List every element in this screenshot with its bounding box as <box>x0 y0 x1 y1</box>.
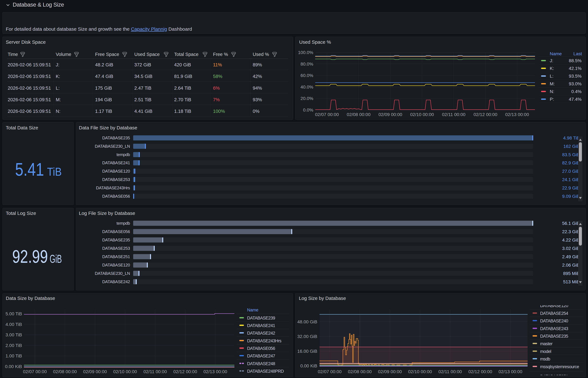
svg-text:2.06 GiB: 2.06 GiB <box>562 263 580 268</box>
svg-text:42%: 42% <box>253 74 262 79</box>
svg-text:Used Space %: Used Space % <box>299 39 331 45</box>
svg-text:175 GiB: 175 GiB <box>95 85 112 91</box>
svg-text:3.02 GiB: 3.02 GiB <box>562 246 580 251</box>
svg-text:L:: L: <box>550 74 553 79</box>
svg-text:93.5%: 93.5% <box>569 74 582 79</box>
svg-text:47.4 GiB: 47.4 GiB <box>95 74 113 79</box>
svg-text:Used Space: Used Space <box>134 52 160 57</box>
svg-text:2026-02-06 15:09:51: 2026-02-06 15:09:51 <box>8 85 51 91</box>
svg-text:DATABASE254: DATABASE254 <box>540 311 568 316</box>
svg-text:2026-02-06 15:09:51: 2026-02-06 15:09:51 <box>8 109 51 114</box>
svg-text:Time: Time <box>8 52 18 57</box>
svg-text:1.18 TiB: 1.18 TiB <box>174 109 191 114</box>
svg-text:02/08 00:00: 02/08 00:00 <box>347 112 370 117</box>
svg-text:40.0%: 40.0% <box>301 84 313 90</box>
svg-text:DATABASE251: DATABASE251 <box>102 254 130 259</box>
svg-text:Database & Log Size: Database & Log Size <box>13 1 64 8</box>
svg-text:M:: M: <box>550 81 555 86</box>
svg-text:DATABASE248: DATABASE248 <box>247 361 275 366</box>
svg-text:02/09 00:00: 02/09 00:00 <box>83 369 107 374</box>
svg-text:Last: Last <box>573 51 582 56</box>
svg-text:For detailed data about databa: For detailed data about database Size an… <box>6 26 192 32</box>
svg-text:J:: J: <box>56 62 59 67</box>
svg-text:Free Space: Free Space <box>95 52 119 57</box>
svg-text:K:: K: <box>56 74 60 79</box>
svg-text:DATABASE056: DATABASE056 <box>102 229 130 234</box>
svg-text:02/12 00:00: 02/12 00:00 <box>474 112 497 117</box>
svg-text:02/08 00:00: 02/08 00:00 <box>348 369 372 374</box>
svg-text:Name: Name <box>247 308 258 312</box>
svg-text:194 GiB: 194 GiB <box>95 97 112 102</box>
svg-text:02/08 00:00: 02/08 00:00 <box>53 369 77 374</box>
svg-text:100%: 100% <box>213 109 225 114</box>
svg-text:92.99: 92.99 <box>12 246 48 267</box>
svg-text:4.98 TiB: 4.98 TiB <box>563 135 580 140</box>
svg-text:34.5 GiB: 34.5 GiB <box>134 74 153 79</box>
svg-text:DATABASE235: DATABASE235 <box>102 238 130 242</box>
svg-text:2.70 TiB: 2.70 TiB <box>174 97 191 102</box>
svg-text:0.4%: 0.4% <box>571 89 582 94</box>
svg-text:4.00 TiB: 4.00 TiB <box>5 322 22 327</box>
svg-text:22.9 GiB: 22.9 GiB <box>562 186 580 190</box>
svg-text:DATABASE230_LN: DATABASE230_LN <box>95 271 130 276</box>
svg-text:47.4%: 47.4% <box>569 97 582 102</box>
svg-text:N:: N: <box>550 89 554 94</box>
svg-text:162 GiB: 162 GiB <box>563 144 580 149</box>
svg-text:DATABASE247: DATABASE247 <box>247 353 275 358</box>
svg-text:DATABASE243Hrs: DATABASE243Hrs <box>96 186 130 190</box>
svg-text:M:: M: <box>56 97 61 102</box>
svg-text:DATABASE242: DATABASE242 <box>102 279 130 284</box>
svg-text:Total Data Size: Total Data Size <box>6 125 38 130</box>
svg-text:895 MiB: 895 MiB <box>563 271 580 276</box>
svg-text:0.00 KiB: 0.00 KiB <box>300 363 317 368</box>
svg-text:DATABASE120: DATABASE120 <box>102 169 130 174</box>
svg-text:2.51 TiB: 2.51 TiB <box>134 97 151 102</box>
svg-text:100.0%: 100.0% <box>298 50 313 55</box>
svg-text:4.41 GiB: 4.41 GiB <box>134 109 153 114</box>
svg-text:TiB: TiB <box>47 165 62 178</box>
svg-text:58%: 58% <box>213 74 222 79</box>
svg-text:1.00 TiB: 1.00 TiB <box>5 353 22 358</box>
svg-text:DATABASE239: DATABASE239 <box>247 316 275 321</box>
svg-text:Log Size by Database: Log Size by Database <box>299 296 346 301</box>
svg-text:DATABASE056: DATABASE056 <box>102 194 130 199</box>
svg-text:2026-02-06 15:09:51: 2026-02-06 15:09:51 <box>8 74 51 79</box>
svg-text:master: master <box>540 341 553 346</box>
svg-text:48.2 GiB: 48.2 GiB <box>95 62 113 67</box>
svg-text:7%: 7% <box>213 97 220 102</box>
svg-text:0.00 KiB: 0.00 KiB <box>5 364 22 369</box>
svg-text:27.0 GiB: 27.0 GiB <box>562 169 580 174</box>
svg-text:DATABASE230_LN: DATABASE230_LN <box>95 144 130 149</box>
svg-text:DATABASE242: DATABASE242 <box>247 331 275 336</box>
svg-text:DATABASE120: DATABASE120 <box>102 263 130 268</box>
svg-text:81.9 GiB: 81.9 GiB <box>174 74 192 79</box>
svg-text:Data Size by Database: Data Size by Database <box>6 296 55 301</box>
svg-text:DATABASE235: DATABASE235 <box>102 135 130 140</box>
svg-text:02/10 00:00: 02/10 00:00 <box>408 369 432 374</box>
svg-text:48.00 GiB: 48.00 GiB <box>297 319 317 324</box>
svg-text:02/11 00:00: 02/11 00:00 <box>438 369 462 374</box>
svg-text:2026-02-06 15:09:51: 2026-02-06 15:09:51 <box>8 62 51 67</box>
svg-text:02/11 00:00: 02/11 00:00 <box>442 112 465 117</box>
svg-text:Name: Name <box>550 51 562 56</box>
svg-text:42.1%: 42.1% <box>569 66 582 71</box>
svg-text:DATABASE243: DATABASE243 <box>540 326 568 331</box>
svg-text:Log File Size by Database: Log File Size by Database <box>79 211 135 216</box>
svg-text:2.49 GiB: 2.49 GiB <box>562 254 580 259</box>
svg-text:GiB: GiB <box>50 253 62 265</box>
svg-text:N:: N: <box>56 109 60 114</box>
svg-text:02/10 00:00: 02/10 00:00 <box>113 369 137 374</box>
svg-text:94%: 94% <box>253 85 262 91</box>
svg-text:02/13 00:00: 02/13 00:00 <box>203 369 227 374</box>
svg-text:3.00 TiB: 3.00 TiB <box>5 332 22 337</box>
svg-text:model: model <box>540 349 551 354</box>
svg-text:2.64 TiB: 2.64 TiB <box>174 85 191 91</box>
svg-text:02/10 00:00: 02/10 00:00 <box>410 112 434 117</box>
svg-text:513 MiB: 513 MiB <box>563 279 580 284</box>
svg-text:DATABASE243Hrs: DATABASE243Hrs <box>247 338 281 343</box>
svg-text:22.3 GiB: 22.3 GiB <box>562 229 580 234</box>
svg-text:Total Log Size: Total Log Size <box>6 211 36 216</box>
svg-text:16.00 GiB: 16.00 GiB <box>297 349 317 354</box>
svg-text:K:: K: <box>550 66 554 71</box>
svg-text:02/09 00:00: 02/09 00:00 <box>379 112 402 117</box>
